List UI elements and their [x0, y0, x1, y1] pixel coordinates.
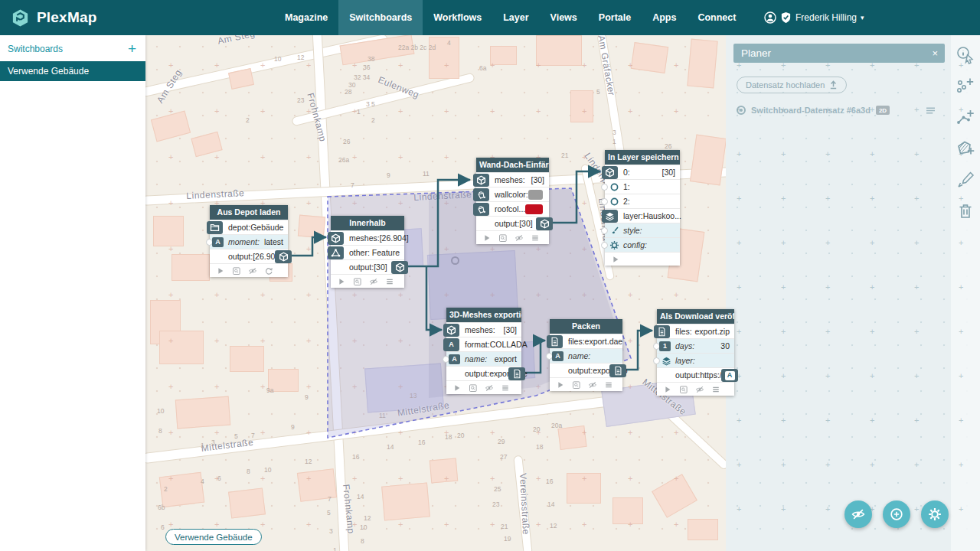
letterA-icon[interactable]: A: [443, 338, 459, 351]
unconnected-port[interactable]: [601, 184, 608, 191]
cube-icon[interactable]: [473, 174, 489, 187]
node-param-row[interactable]: files:export.zip: [657, 324, 734, 338]
unconnected-port[interactable]: [601, 198, 608, 205]
nav-portale[interactable]: Portale: [588, 0, 642, 35]
zoombox-icon[interactable]: [353, 277, 362, 286]
node-param-row[interactable]: Aformat:COLLADA: [446, 337, 521, 351]
node-aus-depot-laden[interactable]: Aus Depot ladendepot:GebäudeAmoment:late…: [210, 205, 288, 277]
list-icon[interactable]: [531, 233, 540, 243]
node-param-row[interactable]: 1days:30: [657, 338, 734, 353]
node-param-row[interactable]: wallcolor:: [476, 187, 549, 201]
refresh-icon[interactable]: [264, 266, 273, 276]
node-3d-meshes-exportieren[interactable]: 3D-Meshes exportierenmeshes:[30]Aformat:…: [446, 308, 521, 394]
node-param-row[interactable]: style:: [605, 223, 680, 237]
output-port-letterAbox[interactable]: A: [721, 369, 738, 382]
node-title[interactable]: Aus Depot laden: [210, 205, 288, 220]
list-icon[interactable]: [501, 383, 510, 393]
node-param-row[interactable]: Aname:: [550, 348, 622, 363]
list-icon[interactable]: [385, 277, 394, 286]
play-icon[interactable]: [611, 255, 620, 264]
node-param-row[interactable]: Aname:export: [446, 351, 521, 366]
color-swatch[interactable]: [525, 204, 543, 214]
param-value[interactable]: COLLADA: [490, 340, 528, 349]
node-param-row[interactable]: 0:[30]: [605, 165, 680, 179]
eyeoff-icon[interactable]: [248, 266, 257, 276]
nav-views[interactable]: Views: [540, 0, 588, 35]
file-icon[interactable]: [654, 325, 670, 338]
zoombox-icon[interactable]: [679, 385, 688, 394]
node-param-row[interactable]: config:: [605, 237, 680, 252]
output-port-file[interactable]: [609, 364, 626, 377]
param-value[interactable]: Gebäude: [250, 223, 283, 232]
param-value[interactable]: Hauskoo...: [643, 211, 681, 220]
zoombox-icon[interactable]: [572, 380, 581, 390]
fab-settings[interactable]: [921, 500, 949, 528]
node-output-row[interactable]: output:https://d...A: [657, 367, 734, 382]
param-value[interactable]: [26.904]: [380, 233, 409, 243]
nav-connect[interactable]: Connect: [687, 0, 746, 35]
list-icon[interactable]: [604, 380, 613, 390]
node-packen[interactable]: Packenfiles:export.daeAname:output:expor…: [550, 319, 622, 391]
node-title[interactable]: In Layer speichern: [605, 150, 680, 165]
plexmap-logo[interactable]: PlexMap: [0, 8, 145, 28]
eyeoff-icon[interactable]: [485, 383, 494, 393]
folder-icon[interactable]: [207, 221, 223, 234]
output-port-cube[interactable]: [391, 261, 408, 274]
param-value[interactable]: latest: [264, 237, 283, 246]
play-icon[interactable]: [482, 233, 492, 243]
output-port-cube[interactable]: [536, 217, 553, 230]
node-param-row[interactable]: layer:Hauskoo...: [605, 208, 680, 223]
cube-icon[interactable]: [328, 232, 344, 245]
node-title[interactable]: 3D-Meshes exportieren: [446, 308, 521, 322]
eyeoff-icon[interactable]: [588, 380, 597, 390]
geo-icon[interactable]: [328, 246, 344, 259]
param-value[interactable]: [30]: [503, 325, 517, 334]
nav-magazine[interactable]: Magazine: [274, 0, 338, 35]
param-value[interactable]: Feature: [372, 248, 400, 257]
node-output-row[interactable]: output:[26.904]: [210, 249, 288, 263]
play-icon[interactable]: [452, 383, 462, 393]
node-param-row[interactable]: meshes:[30]: [476, 172, 549, 187]
node-param-row[interactable]: roofcol...: [476, 201, 549, 216]
paint-icon[interactable]: [473, 203, 489, 216]
nav-layer[interactable]: Layer: [492, 0, 539, 35]
node-output-row[interactable]: output:export.zip: [550, 363, 622, 377]
node-title[interactable]: Wand-Dach-Einfärben: [476, 158, 549, 172]
node-param-row[interactable]: 1:: [605, 179, 680, 194]
param-value[interactable]: 30: [720, 341, 730, 350]
zoombox-icon[interactable]: [469, 383, 478, 393]
zoombox-icon[interactable]: [498, 233, 508, 243]
node-title[interactable]: Als Download veröffentlic...: [657, 309, 734, 324]
switchboard-name-badge[interactable]: Verwende Gebäude: [165, 529, 262, 545]
node-param-row[interactable]: layer:: [657, 353, 734, 367]
add-switchboard-button[interactable]: +: [128, 44, 136, 54]
node-param-row[interactable]: other:Feature: [331, 245, 404, 259]
node-output-row[interactable]: output:[30]: [476, 216, 549, 230]
node-param-row[interactable]: Amoment:latest: [210, 234, 288, 249]
output-port-cube[interactable]: [275, 250, 292, 263]
cube-icon[interactable]: [602, 166, 618, 179]
node-in-layer-speichern[interactable]: In Layer speichern0:[30]1:2:layer:Hausko…: [605, 150, 680, 266]
node-title[interactable]: Innerhalb: [331, 216, 404, 230]
unconnected-port[interactable]: [601, 227, 608, 234]
fab-hide[interactable]: [844, 500, 872, 528]
eyeoff-icon[interactable]: [369, 277, 378, 286]
color-swatch[interactable]: [528, 190, 543, 200]
nav-switchboards[interactable]: Switchboards: [338, 0, 423, 35]
param-value[interactable]: [30]: [519, 219, 533, 228]
node-wand-dach-einf-rben[interactable]: Wand-Dach-Einfärbenmeshes:[30]wallcolor:…: [476, 158, 549, 244]
output-port-file[interactable]: [508, 367, 525, 380]
unconnected-port[interactable]: [653, 357, 660, 364]
list-icon[interactable]: [711, 385, 720, 394]
play-icon[interactable]: [337, 277, 346, 286]
node-param-row[interactable]: meshes:[26.904]: [331, 230, 404, 245]
nav-apps[interactable]: Apps: [642, 0, 687, 35]
cube-icon[interactable]: [443, 324, 459, 337]
param-value[interactable]: [30]: [662, 168, 675, 177]
node-als-download-ver-ffentlic[interactable]: Als Download veröffentlic...files:export…: [657, 309, 734, 396]
play-icon[interactable]: [556, 380, 565, 390]
layers-icon[interactable]: [602, 210, 618, 223]
node-innerhalb[interactable]: Innerhalbmeshes:[26.904]other:Featureout…: [331, 216, 404, 288]
play-icon[interactable]: [216, 266, 225, 276]
param-value[interactable]: export.dae: [585, 337, 623, 346]
